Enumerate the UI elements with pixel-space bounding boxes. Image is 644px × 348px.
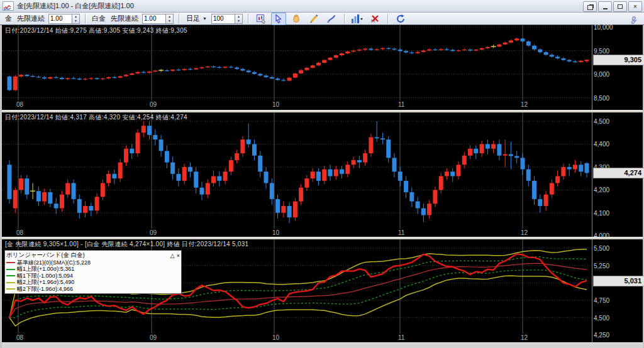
candle-body xyxy=(439,176,443,190)
candle-body xyxy=(509,40,513,42)
candle-body xyxy=(25,75,29,76)
y-axis-label: 10,000 xyxy=(594,24,638,31)
candle-body xyxy=(579,61,583,62)
candle-body xyxy=(450,171,455,176)
candle-body xyxy=(159,139,164,151)
period-dropdown[interactable]: 日足 ▼ xyxy=(184,14,209,24)
spinner-up-icon[interactable]: ▲ xyxy=(235,14,242,19)
x-axis-label: 10 xyxy=(272,229,279,236)
candle-body xyxy=(462,156,467,165)
gold-multiplier-input[interactable] xyxy=(48,14,72,24)
current-price-label: 4,274 xyxy=(593,168,644,178)
spinner-down-icon[interactable]: ▼ xyxy=(166,19,173,23)
candle-body xyxy=(497,45,501,46)
window-title: 金[先限連続]1.00 - 白金[先限連続]1.00 xyxy=(17,1,134,11)
candle-body xyxy=(287,78,292,81)
candle-body xyxy=(486,144,490,148)
axis-separator xyxy=(592,25,592,342)
cursor-tool-button[interactable] xyxy=(271,13,286,25)
candle-body xyxy=(567,60,572,62)
toolbar-separator xyxy=(248,14,248,24)
candle-body xyxy=(19,178,23,190)
popout-icon xyxy=(587,5,593,10)
candle-body xyxy=(445,171,449,176)
kline-select-tool-button[interactable] xyxy=(253,13,269,25)
candle-body xyxy=(398,171,402,181)
candle-body xyxy=(404,51,408,52)
spinner-up-icon[interactable]: ▲ xyxy=(72,14,79,19)
cursor-icon xyxy=(274,14,284,24)
bollinger-legend: ボリンジャーバンド(金 白金) △ × 基準線(21)(0)(SMA)(C):5… xyxy=(4,250,182,294)
close-button[interactable]: × xyxy=(628,1,642,12)
candle-body xyxy=(304,68,309,70)
candle-body xyxy=(89,206,93,210)
candle-body xyxy=(474,50,478,51)
y-axis-label: 5,500 xyxy=(594,245,638,252)
candle-body xyxy=(503,154,508,155)
pen-tool-button[interactable] xyxy=(324,13,339,25)
candle-body xyxy=(95,197,99,210)
candle-body xyxy=(188,69,192,70)
close-icon: × xyxy=(633,3,637,10)
pencil-icon xyxy=(309,14,319,24)
platinum-multiplier-input[interactable] xyxy=(142,14,166,24)
y-axis-label: 4,500 xyxy=(594,118,638,125)
candle-body xyxy=(433,50,437,50)
x-axis-label: 11 xyxy=(398,101,404,108)
app-icon[interactable] xyxy=(3,1,14,11)
pan-tool-button[interactable] xyxy=(289,13,304,25)
candle-body xyxy=(538,50,542,53)
spinner-up-icon[interactable]: ▲ xyxy=(166,14,173,19)
platinum-chart-plot[interactable] xyxy=(2,112,592,229)
maximize-button[interactable] xyxy=(613,1,627,12)
candle-body xyxy=(299,70,303,73)
y-axis-label: 8,500 xyxy=(594,95,638,102)
candle-body xyxy=(491,144,496,148)
candle-body xyxy=(316,171,321,181)
candle-body xyxy=(555,176,560,183)
candle-body xyxy=(369,49,373,50)
candle-body xyxy=(240,69,245,71)
pencil-tool-button[interactable] xyxy=(306,13,321,25)
gold-multiplier-spinner: ▲▼ xyxy=(48,14,80,24)
candle-body xyxy=(416,202,420,209)
candle-body xyxy=(584,163,589,173)
chart-type-button[interactable] xyxy=(350,13,365,25)
x-axis-label: 09 xyxy=(150,229,157,236)
y-axis-label: 9,000 xyxy=(594,71,638,78)
candle-body xyxy=(54,204,58,208)
candle-body xyxy=(328,58,332,60)
delete-tool-button[interactable] xyxy=(367,13,382,25)
x-axis-label: 12 xyxy=(521,101,528,108)
gold-chart-plot[interactable] xyxy=(2,25,592,101)
candle-body xyxy=(532,46,536,50)
y-axis-label: 4,750 xyxy=(594,297,638,304)
popout-button[interactable] xyxy=(583,1,597,12)
panel-separator xyxy=(2,110,643,112)
titlebar[interactable]: 金[先限連続]1.00 - 白金[先限連続]1.00 × xyxy=(0,0,644,13)
minimize-button[interactable] xyxy=(598,1,612,12)
gold-symbol-label: 金 xyxy=(5,14,12,23)
candle-body xyxy=(474,149,478,153)
candle-body xyxy=(252,144,257,155)
candle-body xyxy=(165,70,169,71)
spinner-down-icon[interactable]: ▼ xyxy=(235,19,242,23)
candle-body xyxy=(252,72,257,74)
candle-body xyxy=(334,170,338,177)
candle-body xyxy=(486,47,490,48)
minimize-icon xyxy=(603,8,608,9)
legend-close-button[interactable]: × xyxy=(177,253,180,259)
candle-body xyxy=(275,79,280,80)
candle-body xyxy=(112,77,116,78)
refresh-button[interactable] xyxy=(393,13,408,25)
candle-body xyxy=(217,67,221,68)
candle-body xyxy=(584,60,589,61)
candle-body xyxy=(65,183,70,194)
candle-body xyxy=(322,170,326,181)
candle-body xyxy=(468,50,472,51)
bar-count-input[interactable] xyxy=(211,14,235,24)
spinner-down-icon[interactable]: ▼ xyxy=(72,19,79,23)
legend-collapse-button[interactable]: △ xyxy=(170,253,175,259)
chart-area: 日付:2023/12/14 始値:9,275 高値:9,305 安値:9,243… xyxy=(0,25,644,348)
candle-body xyxy=(340,170,344,174)
